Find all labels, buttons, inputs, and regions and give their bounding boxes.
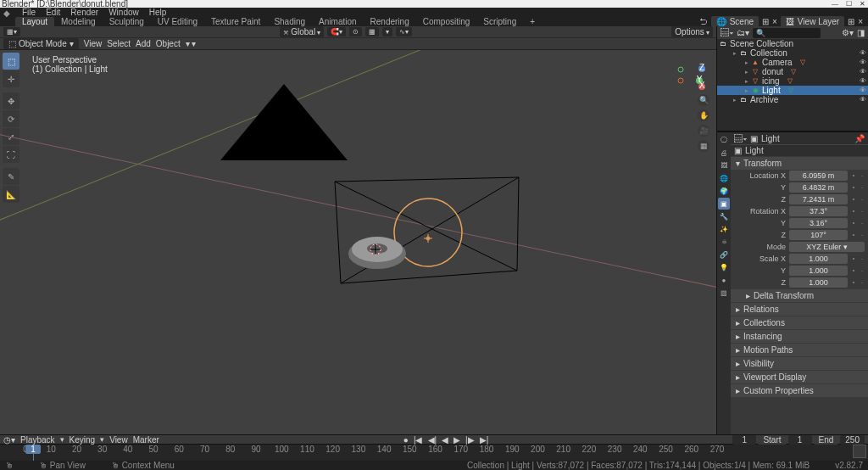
tab-physics[interactable]: ⚛: [718, 236, 730, 248]
scene-dropdown-icon[interactable]: ⮌: [699, 17, 708, 26]
value-field[interactable]: XYZ Euler ▾: [789, 242, 865, 252]
scene-delete-icon[interactable]: ×: [772, 17, 777, 26]
tl-menu-marker[interactable]: Marker: [133, 435, 159, 445]
timeline-ruler[interactable]: 0102030405060708090100110120130140150160…: [0, 445, 868, 461]
value-field[interactable]: 1.000: [789, 277, 848, 288]
outliner-item-light[interactable]: ▸◉Light▽👁: [717, 86, 868, 95]
menu-file[interactable]: File: [17, 8, 41, 17]
overlay-mask-icon[interactable]: ▾: [186, 39, 190, 48]
keyframe-dot-icon[interactable]: 🞄: [851, 220, 856, 227]
outliner-search-input[interactable]: [753, 28, 821, 38]
editor-type-selector[interactable]: ▦▾: [3, 27, 20, 36]
tab-layout[interactable]: Layout: [15, 17, 54, 26]
outliner-item-archive[interactable]: ▸🗀Archive👁: [717, 95, 868, 104]
keyframe-dot-icon[interactable]: 🞄: [851, 279, 856, 287]
tab-uv-editing[interactable]: UV Editing: [151, 17, 204, 26]
orientation-selector[interactable]: ⤧ Global ▾: [280, 26, 324, 37]
tab-shading[interactable]: Shading: [267, 17, 312, 26]
filter-icon-2[interactable]: ◨: [857, 28, 865, 37]
zoom-icon[interactable]: 🔍: [698, 94, 709, 106]
filter-icon[interactable]: ⚙▾: [842, 28, 854, 37]
pan-icon[interactable]: ✋: [698, 109, 709, 121]
value-field[interactable]: 7.2431 m: [789, 194, 848, 204]
current-frame-field[interactable]: 1: [732, 435, 756, 445]
panel-instancing[interactable]: ▸Instancing: [731, 330, 868, 343]
panel-visibility[interactable]: ▸Visibility: [731, 357, 868, 370]
editor-type-icon[interactable]: ⿳▾: [721, 28, 733, 37]
minimize-button[interactable]: —: [831, 0, 839, 8]
tab-world[interactable]: 🌍: [718, 185, 730, 197]
timeline-editor-type[interactable]: ◷▾: [3, 435, 15, 445]
panel-motion-paths[interactable]: ▸Motion Paths: [731, 344, 868, 356]
jump-last-icon[interactable]: ▶|: [478, 435, 491, 445]
select-menu[interactable]: Select: [107, 39, 131, 48]
value-field[interactable]: 1.000: [789, 254, 848, 264]
tab-texture[interactable]: ▨: [718, 287, 730, 299]
tl-menu-playback[interactable]: Playback: [20, 435, 55, 445]
tab-output[interactable]: 🖨: [718, 147, 730, 159]
visibility-toggle[interactable]: 👁: [860, 96, 866, 104]
scene-new-icon[interactable]: ⊞: [762, 17, 769, 26]
panel-relations[interactable]: ▸Relations: [731, 303, 868, 316]
outliner-root[interactable]: 🗀 Scene Collection: [717, 39, 868, 48]
add-workspace-button[interactable]: +: [523, 17, 542, 26]
tab-object[interactable]: ▣: [718, 198, 730, 210]
keyframe-next-icon[interactable]: |▶: [464, 435, 476, 445]
outliner-item-donut[interactable]: ▸▽donut▽👁: [717, 67, 868, 76]
measure-tool[interactable]: 📐: [3, 186, 19, 203]
keyframe-dot-icon[interactable]: 🞄: [851, 184, 856, 192]
outliner-item-camera[interactable]: ▸▲Camera▽👁: [717, 58, 868, 67]
tab-sculpting[interactable]: Sculpting: [103, 17, 151, 26]
panel-custom-properties[interactable]: ▸Custom Properties: [731, 384, 868, 397]
visibility-toggle[interactable]: 👁: [860, 49, 866, 57]
annotate-tool[interactable]: ✎: [3, 168, 19, 185]
mode-selector[interactable]: ⬚Object Mode▾: [3, 38, 79, 49]
snap-toggle[interactable]: 🧲▾: [327, 27, 346, 36]
value-field[interactable]: 1.000: [789, 266, 848, 276]
tab-viewlayer[interactable]: 🖼: [718, 159, 730, 171]
visibility-toggle[interactable]: 👁: [860, 59, 866, 66]
tab-scene[interactable]: 🌐: [718, 172, 730, 184]
keyframe-dot-icon[interactable]: 🞄: [851, 232, 856, 239]
jump-first-icon[interactable]: |◀: [412, 435, 425, 445]
close-button[interactable]: ✕: [858, 0, 866, 8]
persp-ortho-icon[interactable]: ▦: [698, 140, 709, 152]
tab-compositing[interactable]: Compositing: [416, 17, 477, 26]
transform-tool[interactable]: ⛶: [3, 146, 19, 163]
view-menu[interactable]: View: [84, 39, 103, 48]
menu-window[interactable]: Window: [103, 8, 144, 17]
curve-icon[interactable]: ∿▾: [396, 27, 412, 36]
autokey-icon[interactable]: ●: [402, 435, 410, 445]
keyframe-dot-icon[interactable]: 🞄: [851, 255, 856, 263]
value-field[interactable]: 107°: [789, 230, 848, 240]
tab-data[interactable]: 💡: [718, 261, 730, 273]
select-box-tool[interactable]: ⬚: [3, 53, 19, 70]
proportional-edit[interactable]: ⊙: [349, 27, 362, 36]
viewlayer-new-icon[interactable]: ⊞: [848, 17, 854, 26]
cursor-tool[interactable]: ✛: [3, 70, 19, 87]
visibility-toggle[interactable]: 👁: [860, 68, 866, 76]
tab-scripting[interactable]: Scripting: [476, 17, 523, 26]
tab-modeling[interactable]: Modeling: [54, 17, 103, 26]
tab-animation[interactable]: Animation: [312, 17, 363, 26]
shading-dropdown[interactable]: ▾: [192, 39, 196, 48]
keyframe-prev-icon[interactable]: ◀|: [426, 435, 439, 445]
tab-constraints[interactable]: 🔗: [718, 249, 730, 260]
tl-menu-view[interactable]: View: [109, 435, 128, 445]
keyframe-dot-icon[interactable]: 🞄: [851, 196, 856, 204]
tab-particles[interactable]: ✨: [718, 223, 730, 235]
value-field[interactable]: 3.16°: [789, 218, 848, 228]
outliner-item-collection[interactable]: ▸🗀Collection👁: [717, 48, 868, 58]
display-mode-icon[interactable]: 🗂▾: [737, 28, 749, 37]
visibility-toggle[interactable]: 👁: [860, 77, 866, 85]
tab-render[interactable]: 🖵: [718, 134, 730, 146]
move-tool[interactable]: ✥: [3, 92, 19, 109]
value-field[interactable]: 6.0959 m: [789, 171, 848, 181]
panel-delta-transform[interactable]: ▸Delta Transform: [731, 289, 868, 302]
grid-icon[interactable]: ▦: [365, 27, 379, 36]
editor-type-icon[interactable]: ⿳▾: [734, 134, 747, 143]
menu-help[interactable]: Help: [144, 8, 172, 17]
keyframe-dot-icon[interactable]: 🞄: [851, 267, 856, 275]
panel-collections[interactable]: ▸Collections: [731, 316, 868, 329]
tab-material[interactable]: ●: [718, 274, 730, 286]
